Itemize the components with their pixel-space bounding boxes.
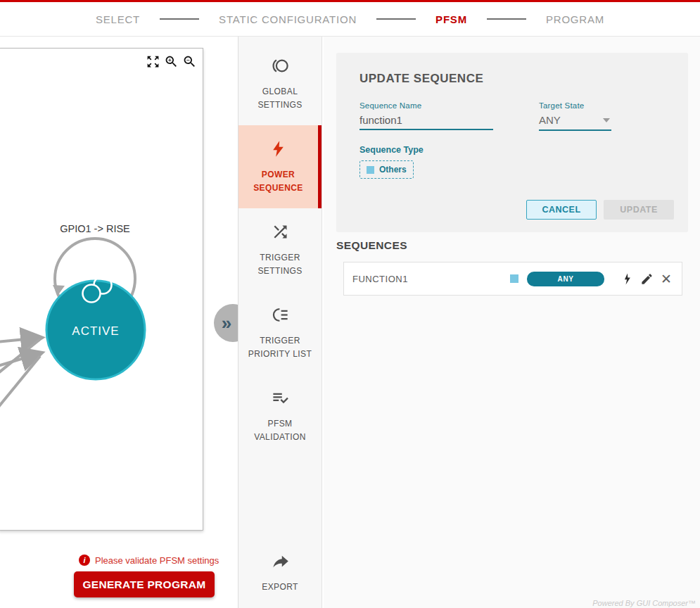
info-icon: i (79, 555, 90, 566)
state-node-label: ACTIVE (72, 324, 119, 338)
update-button[interactable]: UPDATE (604, 200, 674, 220)
step-connector (376, 18, 416, 20)
card-buttons: CANCEL UPDATE (526, 200, 674, 220)
transition-edge (0, 339, 40, 375)
delete-close-icon[interactable]: ✕ (661, 272, 672, 286)
trigger-priority-icon (271, 305, 290, 324)
sequence-type-square-icon (510, 274, 518, 283)
update-sequence-card: UPDATE SEQUENCE Sequence Name Target Sta… (336, 53, 688, 232)
sidebar-item-label: GLOBAL SETTINGS (243, 85, 317, 111)
validation-warning: i Please validate PFSM settings (79, 555, 219, 566)
fit-view-icon[interactable] (146, 54, 160, 69)
checked-square-icon (367, 166, 374, 174)
state-diagram-canvas[interactable]: ACTIVE GPIO1 -> RISE (0, 48, 203, 531)
sidebar-item-global-settings[interactable]: GLOBAL SETTINGS (238, 42, 322, 125)
trigger-bolt-icon[interactable] (621, 272, 634, 286)
target-state-value: ANY (539, 114, 561, 126)
pfsm-validation-icon (271, 388, 290, 407)
generate-program-button[interactable]: GENERATE PROGRAM (74, 571, 215, 597)
zoom-in-icon[interactable] (164, 54, 179, 69)
sequence-form-row: Sequence Name Target State ANY (336, 86, 688, 131)
sidebar-item-pfsm-validation[interactable]: PFSM VALIDATION (238, 374, 322, 457)
nav-step-select[interactable]: SELECT (96, 13, 140, 25)
sequence-row[interactable]: FUNCTION1 ANY ✕ (343, 262, 682, 296)
power-sequence-icon (269, 139, 288, 158)
top-accent-bar (0, 0, 700, 2)
sequence-type-option-label: Others (379, 165, 407, 175)
powered-by-branding: Powered By GUI Composer™ (592, 599, 696, 607)
step-connector (160, 18, 199, 20)
sequence-name-label: Sequence Name (359, 101, 539, 110)
trigger-settings-icon (271, 222, 290, 241)
transition-edge (0, 338, 40, 342)
step-connector (487, 18, 526, 20)
nav-step-pfsm[interactable]: PFSM (435, 13, 467, 25)
stepper-nav: SELECT STATIC CONFIGURATION PFSM PROGRAM (96, 13, 604, 25)
export-icon (271, 552, 290, 571)
sequence-name-field: Sequence Name (359, 101, 539, 131)
sequence-type-label: Sequence Type (336, 131, 688, 155)
sidebar-item-label: PFSM VALIDATION (243, 417, 317, 443)
sequence-type-others-chip[interactable]: Others (359, 160, 414, 179)
canvas-toolbar (146, 54, 197, 69)
nav-step-program[interactable]: PROGRAM (546, 13, 604, 25)
global-settings-icon (271, 56, 290, 75)
header: SELECT STATIC CONFIGURATION PFSM PROGRAM (0, 2, 700, 37)
validation-warning-text: Please validate PFSM settings (95, 555, 219, 566)
sequences-section-title: SEQUENCES (336, 239, 407, 252)
transition-label: GPIO1 -> RISE (60, 223, 130, 234)
zoom-out-icon[interactable] (182, 54, 197, 69)
chevron-down-icon (603, 118, 610, 122)
sequence-row-name: FUNCTION1 (352, 274, 408, 284)
update-sequence-title: UPDATE SEQUENCE (336, 53, 688, 86)
sidebar-item-trigger-settings[interactable]: TRIGGER SETTINGS (238, 208, 322, 291)
sidebar-item-power-sequence[interactable]: POWER SEQUENCE (238, 125, 322, 208)
state-diagram: ACTIVE GPIO1 -> RISE (0, 49, 203, 530)
sidebar-item-label: EXPORT (243, 581, 317, 594)
sidebar-item-label: POWER SEQUENCE (242, 168, 315, 194)
sidebar-item-export[interactable]: EXPORT (238, 531, 322, 608)
target-state-badge: ANY (527, 272, 604, 286)
cancel-button[interactable]: CANCEL (526, 200, 597, 220)
sidebar-item-label: TRIGGER PRIORITY LIST (243, 334, 317, 360)
pfsm-app: SELECT STATIC CONFIGURATION PFSM PROGRAM (0, 0, 700, 608)
sidebar-item-label: TRIGGER SETTINGS (243, 251, 317, 277)
sequence-name-input[interactable] (359, 110, 493, 130)
target-state-select[interactable]: ANY (539, 110, 611, 131)
target-state-field: Target State ANY (539, 101, 651, 131)
pfsm-sidebar: GLOBAL SETTINGS POWER SEQUENCE TRIGGER S… (238, 37, 322, 608)
target-state-label: Target State (539, 101, 651, 110)
sidebar-item-trigger-priority-list[interactable]: TRIGGER PRIORITY LIST (238, 291, 322, 374)
edit-pencil-icon[interactable] (640, 272, 654, 286)
sequence-panel: UPDATE SEQUENCE Sequence Name Target Sta… (324, 37, 700, 608)
nav-step-static-configuration[interactable]: STATIC CONFIGURATION (219, 13, 357, 25)
